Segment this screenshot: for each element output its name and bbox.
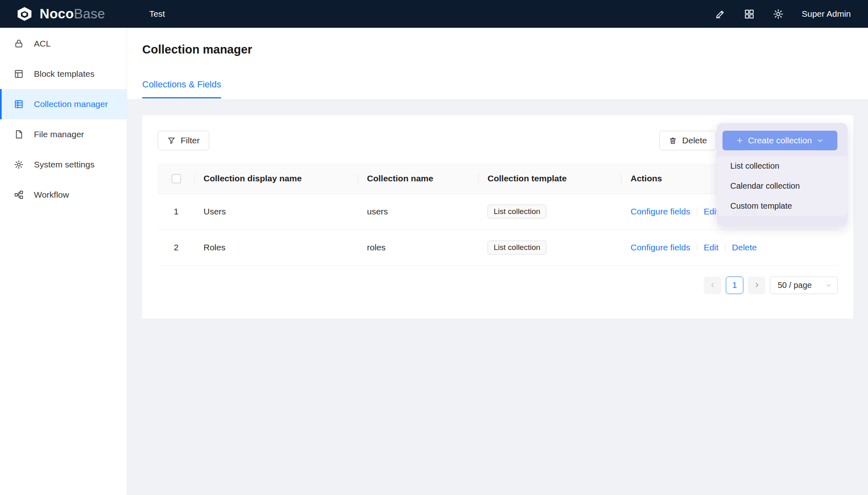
sidebar-item-workflow[interactable]: Workflow [0, 180, 127, 210]
column-header-collection-template: Collection template [479, 163, 622, 194]
logo-text-bold: Noco [40, 6, 74, 21]
column-header-collection-name: Collection name [358, 163, 479, 194]
edit-link[interactable]: Edit [704, 207, 718, 216]
sidebar-item-label: ACL [34, 39, 51, 49]
filter-icon [167, 136, 176, 145]
header-right: Super Admin [715, 9, 868, 20]
delete-link[interactable]: Delete [732, 243, 757, 252]
tabs-bar: Collections & Fields [142, 79, 868, 98]
logo-text-light: Base [74, 6, 105, 21]
cell-collection-name: roles [358, 230, 479, 265]
chevron-right-icon [754, 282, 760, 288]
file-icon [14, 129, 24, 139]
apps-icon[interactable] [744, 9, 755, 20]
sidebar-item-label: Collection manager [34, 99, 108, 109]
sidebar-item-block-templates[interactable]: Block templates [0, 59, 127, 89]
select-all-checkbox[interactable] [172, 174, 181, 183]
sidebar-item-file-manager[interactable]: File manager [0, 119, 127, 149]
sidebar-item-system-settings[interactable]: System settings [0, 149, 127, 180]
page-size-select[interactable]: 50 / page [770, 276, 838, 294]
select-all-header-cell [158, 163, 195, 194]
action-divider [697, 207, 697, 215]
create-collection-menu: List collection Calendar collection Cust… [717, 156, 848, 216]
gear-icon[interactable] [773, 9, 784, 20]
sidebar-item-acl[interactable]: ACL [0, 29, 127, 59]
page-title: Collection manager [142, 42, 868, 56]
template-tag: List collection [488, 241, 546, 254]
table-row: 2 Roles roles List collection Configure … [158, 230, 838, 265]
cell-display-name: Roles [195, 230, 358, 265]
pagination-page-1[interactable]: 1 [726, 276, 743, 294]
trash-icon [669, 136, 677, 145]
sidebar-item-label: Workflow [34, 190, 69, 200]
main-content: Collection manager Collections & Fields … [127, 28, 868, 495]
header-menu: Test [138, 0, 177, 28]
column-header-display-name: Collection display name [195, 163, 358, 194]
create-collection-button-label: Create collection [748, 136, 812, 145]
cell-collection-template: List collection [479, 230, 622, 265]
filter-button-label: Filter [181, 136, 200, 145]
action-divider [725, 243, 725, 251]
gear-icon [14, 160, 24, 169]
cell-collection-template: List collection [479, 194, 622, 230]
highlighter-icon[interactable] [715, 9, 726, 20]
filter-button[interactable]: Filter [158, 131, 209, 150]
plus-icon [736, 137, 743, 144]
action-divider [697, 243, 697, 251]
delete-button-label: Delete [682, 136, 707, 145]
menu-item-calendar-collection[interactable]: Calendar collection [717, 176, 848, 196]
tab-collections-fields[interactable]: Collections & Fields [142, 79, 221, 98]
user-menu[interactable]: Super Admin [802, 9, 851, 19]
sidebar-item-label: File manager [34, 129, 84, 139]
chevron-down-icon [817, 137, 824, 144]
cell-collection-name: users [358, 194, 479, 230]
create-collection-dropdown: Create collection List collection Calend… [717, 123, 848, 226]
row-index: 1 [158, 194, 195, 230]
app-header: NocoBase Test Super Admin [0, 0, 868, 28]
chevron-left-icon [709, 282, 716, 288]
configure-fields-link[interactable]: Configure fields [631, 207, 690, 216]
sidebar-item-collection-manager[interactable]: Collection manager [0, 89, 127, 119]
menu-item-custom-template[interactable]: Custom template [717, 196, 848, 216]
configure-fields-link[interactable]: Configure fields [631, 243, 690, 252]
page-header: Collection manager Collections & Fields [127, 28, 868, 100]
page-size-value: 50 / page [778, 281, 812, 290]
edit-link[interactable]: Edit [704, 243, 718, 252]
sidebar-item-label: System settings [34, 160, 94, 169]
menu-item-list-collection[interactable]: List collection [717, 156, 848, 176]
row-index: 2 [158, 230, 195, 265]
layout-icon [14, 69, 24, 79]
nocobase-logo[interactable]: NocoBase [0, 6, 105, 22]
header-menu-item-test[interactable]: Test [138, 0, 177, 28]
template-tag: List collection [488, 205, 546, 219]
delete-button[interactable]: Delete [659, 131, 716, 150]
chevron-down-icon [825, 282, 832, 288]
lock-icon [14, 39, 24, 49]
table-icon [14, 99, 24, 109]
workflow-icon [14, 190, 24, 200]
pagination-prev-button[interactable] [704, 276, 721, 294]
logo-text: NocoBase [40, 6, 105, 22]
nocobase-logo-icon [16, 6, 34, 22]
create-collection-button[interactable]: Create collection [723, 131, 837, 150]
pagination: 1 50 / page [158, 276, 838, 294]
sidebar: ACL Block templates Collection manager F… [0, 28, 127, 495]
cell-actions: Configure fieldsEditDelete [622, 230, 838, 265]
cell-display-name: Users [195, 194, 358, 230]
sidebar-item-label: Block templates [34, 69, 94, 79]
pagination-next-button[interactable] [748, 276, 765, 294]
